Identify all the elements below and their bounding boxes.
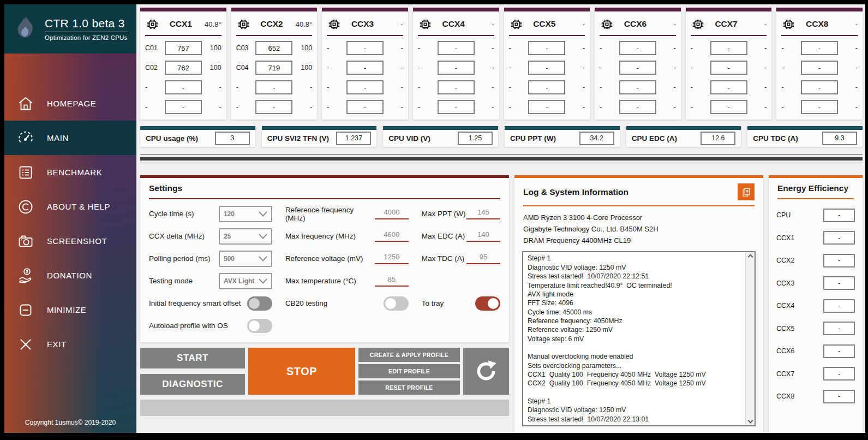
exit-icon <box>4 336 47 353</box>
sidebar-item-label: EXIT <box>47 340 67 349</box>
dropdown-value: AVX Light <box>224 277 259 285</box>
core-frequency-box[interactable]: - <box>165 80 202 94</box>
testing-mode-dropdown[interactable]: AVX Light <box>219 273 272 289</box>
scroll-up-icon[interactable] <box>747 254 753 260</box>
core-frequency-box[interactable]: - <box>710 80 747 94</box>
core-frequency-box[interactable]: - <box>801 41 838 55</box>
core-quality: - <box>205 84 222 91</box>
sidebar-item-homepage[interactable]: HOMEPAGE <box>4 86 136 121</box>
stat-panel-cpu-usage: CPU usage (%) 3 <box>140 126 255 147</box>
core-quality: - <box>660 103 676 111</box>
core-frequency-box[interactable]: - <box>619 61 656 75</box>
core-frequency-box[interactable]: - <box>438 61 475 75</box>
refresh-button[interactable] <box>463 348 509 395</box>
core-frequency-box[interactable]: 762 <box>165 61 202 75</box>
core-label: C02 <box>145 64 161 72</box>
diagnostic-button[interactable]: DIAGNOSTIC <box>140 374 245 395</box>
ccx-panel-ccx2: CCX2 40.8° C03 652 100 <box>231 8 318 120</box>
core-frequency-box[interactable]: - <box>255 100 292 114</box>
energy-value-box: - <box>823 209 855 222</box>
copy-log-button[interactable] <box>738 183 755 200</box>
to-tray-toggle[interactable] <box>475 296 500 311</box>
core-row: - - - <box>418 41 494 55</box>
core-label: - <box>327 103 343 111</box>
core-frequency-box[interactable]: - <box>528 61 565 75</box>
core-frequency-box[interactable]: 757 <box>165 41 202 55</box>
ccx-panel-ccx5: CCX5 - - - - <box>504 8 590 120</box>
stop-button[interactable]: STOP <box>248 348 355 395</box>
core-frequency-box[interactable]: 719 <box>255 61 292 75</box>
max-frequency-input[interactable]: 4600 <box>375 230 409 242</box>
smart-offset-toggle[interactable] <box>247 296 272 311</box>
sidebar-item-about[interactable]: ABOUT & HELP <box>4 189 136 224</box>
sidebar-item-main[interactable]: MAIN <box>4 121 136 155</box>
core-frequency-box[interactable]: - <box>165 100 202 114</box>
max-ppt-input[interactable]: 145 <box>466 208 500 219</box>
core-frequency-box[interactable]: - <box>801 80 838 94</box>
reference-voltage-input[interactable]: 1250 <box>375 253 409 264</box>
core-quality: - <box>750 64 767 72</box>
energy-row-ccx8: CCX8 - <box>776 385 855 408</box>
ccx-delta-dropdown[interactable]: 25 <box>219 228 272 245</box>
reset-profile-button[interactable]: RESET PROFILE <box>358 380 460 395</box>
core-frequency-box[interactable]: - <box>619 41 656 55</box>
max-temperature-input[interactable]: 85 <box>375 275 409 287</box>
log-line: Step# 1 <box>528 254 741 263</box>
log-line: Voltage step: 6 mV <box>528 335 741 343</box>
setting-row: Testing mode AVX Light <box>149 270 272 292</box>
edit-profile-button[interactable]: EDIT PROFILE <box>358 364 460 378</box>
create-apply-profile-button[interactable]: CREATE & APPLY PROFILE <box>358 348 460 362</box>
core-row: - - - <box>418 100 494 114</box>
start-button[interactable]: START <box>140 348 245 368</box>
setting-row: Polling period (ms) 500 <box>149 247 272 270</box>
core-frequency-box[interactable]: - <box>619 100 656 114</box>
core-frequency-box[interactable]: - <box>438 100 475 114</box>
chip-icon <box>418 17 433 32</box>
core-frequency-box[interactable]: - <box>710 100 747 114</box>
sidebar-item-label: MINIMIZE <box>47 305 86 314</box>
cb20-testing-toggle[interactable] <box>384 296 409 311</box>
autoload-toggle[interactable] <box>247 319 272 333</box>
panel-accent-bar <box>322 8 408 11</box>
ccx-delta-label: CCX delta (MHz) <box>149 232 205 240</box>
core-frequency-box[interactable]: - <box>346 41 384 55</box>
core-frequency-box[interactable]: - <box>710 61 747 75</box>
max-tdc-input[interactable]: 95 <box>466 253 500 264</box>
core-frequency-box[interactable]: - <box>346 80 384 94</box>
core-frequency-box[interactable]: - <box>346 61 384 75</box>
core-frequency-box[interactable]: - <box>710 41 747 55</box>
core-quality: - <box>478 103 494 111</box>
core-frequency-box[interactable]: 652 <box>255 41 292 55</box>
core-frequency-box[interactable]: - <box>801 61 838 75</box>
core-quality: - <box>205 103 222 111</box>
log-scrollbar[interactable] <box>745 252 755 425</box>
core-frequency-box[interactable]: - <box>528 80 565 94</box>
core-label: - <box>145 84 161 91</box>
core-frequency-box[interactable]: - <box>619 80 656 94</box>
scroll-down-icon[interactable] <box>747 418 753 424</box>
core-frequency-box[interactable]: - <box>801 100 838 114</box>
sidebar-item-exit[interactable]: EXIT <box>4 327 136 361</box>
core-frequency-box[interactable]: - <box>438 80 475 94</box>
core-label: - <box>509 103 525 111</box>
core-row: - - - <box>781 100 858 114</box>
core-frequency-box[interactable]: - <box>255 80 292 94</box>
polling-period-dropdown[interactable]: 500 <box>219 251 272 267</box>
sidebar-item-screenshot[interactable]: SCREENSHOT <box>4 224 136 258</box>
panel-accent-bar <box>505 126 620 130</box>
core-frequency-box[interactable]: - <box>346 100 384 114</box>
log-textbox[interactable]: Step# 1Diagnostic VID voltage: 1250 mVSt… <box>522 251 756 426</box>
core-frequency-box[interactable]: - <box>438 41 475 55</box>
ccx-name: CCX7 <box>705 19 747 29</box>
max-edc-input[interactable]: 140 <box>466 230 500 242</box>
sidebar-item-donation[interactable]: DONATION <box>4 258 136 293</box>
cycle-time-dropdown[interactable]: 120 <box>219 206 272 222</box>
core-frequency-box[interactable]: - <box>528 100 565 114</box>
ccx-panel-ccx7: CCX7 - - - - <box>686 8 772 120</box>
sidebar-item-benchmark[interactable]: BENCHMARK <box>4 155 136 189</box>
sidebar-item-minimize[interactable]: MINIMIZE <box>4 293 136 327</box>
core-frequency-box[interactable]: - <box>528 41 565 55</box>
reference-frequency-input[interactable]: 4000 <box>375 208 408 219</box>
core-quality: - <box>387 44 403 52</box>
energy-label: CCX3 <box>776 280 794 287</box>
